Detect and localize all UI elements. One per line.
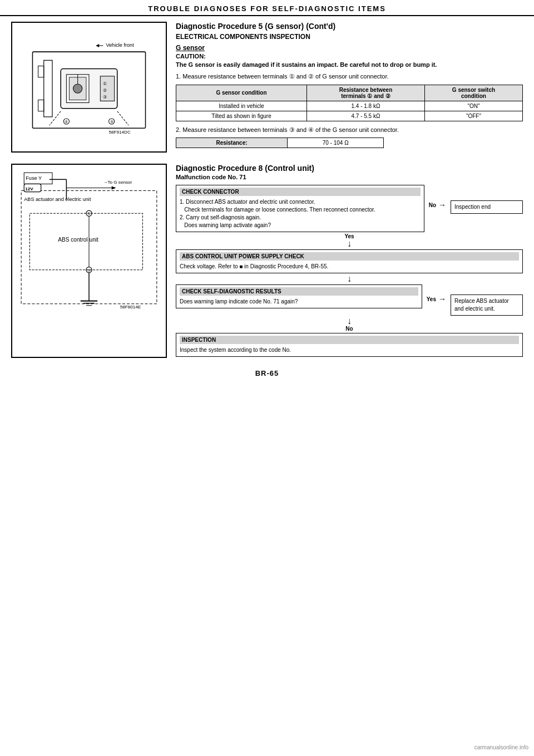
step1-header: CHECK CONNECTOR	[180, 188, 421, 196]
arrow-right-3: →	[438, 294, 446, 303]
svg-text:58F8014E: 58F8014E	[120, 305, 141, 310]
step3-header: CHECK SELF-DIAGNOSTIC RESULTS	[180, 287, 418, 296]
svg-rect-12	[100, 76, 114, 101]
down-arrow-3: ↓	[347, 317, 352, 326]
yes-arrow-1: Yes ↓	[176, 233, 523, 248]
flow-section-4: INSPECTION Inspect the system according …	[176, 333, 523, 357]
svg-rect-4	[44, 60, 52, 117]
flowchart-subtitle: Malfunction code No. 71	[176, 174, 523, 180]
step2-header: ABS CONTROL UNIT POWER SUPPLY CHECK	[180, 252, 519, 261]
arrow-down-2: ↓	[176, 274, 523, 283]
section-title: Diagnostic Procedure 5 (G sensor) (Cont'…	[176, 22, 523, 31]
resistance-table-2: Resistance: 70 - 104 Ω	[176, 138, 384, 148]
table1-col1-header: G sensor condition	[176, 85, 307, 101]
svg-text:58F914DC: 58F914DC	[109, 130, 131, 135]
g-sensor-diagram: Vehicle front ① ② ③	[11, 22, 167, 153]
svg-text:②: ②	[87, 268, 91, 273]
page-title: TROUBLE DIAGNOSES FOR SELF-DIAGNOSTIC IT…	[148, 4, 386, 13]
flow-main-1: CHECK CONNECTOR 1. Disconnect ABS actuat…	[176, 185, 424, 232]
svg-text:ABS actuator and electric unit: ABS actuator and electric unit	[24, 197, 91, 202]
section-subtitle: ELECTRICAL COMPONENTS INSPECTION	[176, 33, 523, 41]
svg-text:⑤: ⑤	[110, 120, 113, 124]
svg-text:Fuse Y: Fuse Y	[26, 175, 42, 181]
svg-text:Vehicle front: Vehicle front	[106, 42, 134, 48]
svg-text:①: ①	[87, 212, 91, 216]
no-branch-1: No →	[429, 185, 446, 209]
watermark: carmanualsonline.info	[474, 744, 528, 750]
table1-row2-col2: 4.7 - 5.5 kΩ	[307, 111, 425, 121]
svg-marker-29	[112, 186, 116, 190]
table-row: Installed in vehicle 1.4 - 1.8 kΩ "ON"	[176, 101, 523, 111]
down-arrow-1: ↓	[347, 239, 352, 248]
yes-label-3: Yes	[427, 296, 436, 302]
flow-side-1: Inspection end	[451, 185, 523, 214]
flow-step-4: INSPECTION Inspect the system according …	[176, 333, 523, 357]
flow-main-3: CHECK SELF-DIAGNOSTIC RESULTS Does warni…	[176, 284, 422, 308]
flow-step-3: CHECK SELF-DIAGNOSTIC RESULTS Does warni…	[176, 284, 422, 308]
svg-line-16	[50, 111, 61, 125]
step1-text: 1. Measure resistance between terminals …	[176, 72, 523, 81]
down-arrow-2: ↓	[347, 274, 352, 283]
svg-text:②: ②	[103, 88, 107, 93]
flowchart-title: Diagnostic Procedure 8 (Control unit)	[176, 164, 523, 173]
flow-side-3: Replace ABS actuator and electric unit.	[451, 284, 523, 316]
table1-row2-col3: "OFF"	[424, 111, 522, 121]
flow-row-3: CHECK SELF-DIAGNOSTIC RESULTS Does warni…	[176, 284, 523, 316]
svg-text:→To G sensor: →To G sensor	[103, 180, 132, 185]
step3-body: Does warning lamp indicate code No. 71 a…	[180, 298, 418, 306]
svg-text:①: ①	[103, 81, 107, 86]
top-section: Vehicle front ① ② ③	[0, 22, 534, 153]
resistance-label: Resistance:	[176, 138, 288, 148]
table1-row1-col1: Installed in vehicle	[176, 101, 307, 111]
table1-col2-header: Resistance betweenterminals ① and ②	[307, 85, 425, 101]
inspection-end-box: Inspection end	[451, 200, 523, 214]
caution-text: The G sensor is easily damaged if it sus…	[176, 61, 523, 69]
flow-section-2: ABS CONTROL UNIT POWER SUPPLY CHECK Chec…	[176, 249, 523, 273]
table1-row2-col1: Tilted as shown in figure	[176, 111, 307, 121]
arrow-right-1: →	[438, 200, 446, 209]
svg-text:④: ④	[65, 120, 68, 124]
yes-branch-3: Yes →	[427, 284, 446, 303]
resistance-value: 70 - 104 Ω	[287, 138, 383, 148]
svg-text:③: ③	[103, 95, 107, 100]
svg-line-17	[117, 111, 128, 125]
svg-rect-5	[38, 66, 44, 77]
svg-marker-2	[96, 44, 99, 47]
step4-header: INSPECTION	[180, 336, 519, 344]
page-number: BR-65	[0, 369, 534, 377]
svg-rect-6	[38, 100, 44, 111]
right-content: Diagnostic Procedure 5 (G sensor) (Cont'…	[176, 22, 523, 153]
table1-row1-col2: 1.4 - 1.8 kΩ	[307, 101, 425, 111]
page-header: TROUBLE DIAGNOSES FOR SELF-DIAGNOSTIC IT…	[0, 0, 534, 16]
step1-body: 1. Disconnect ABS actuator and electric …	[180, 198, 421, 229]
replace-box: Replace ABS actuator and electric unit.	[451, 294, 523, 316]
table-row: Tilted as shown in figure 4.7 - 5.5 kΩ "…	[176, 111, 523, 121]
table-row: Resistance: 70 - 104 Ω	[176, 138, 384, 148]
flow-step-2: ABS CONTROL UNIT POWER SUPPLY CHECK Chec…	[176, 249, 523, 273]
table1-row1-col3: "ON"	[424, 101, 522, 111]
svg-point-10	[73, 84, 82, 93]
table1-col3-header: G sensor switchcondition	[424, 85, 522, 101]
no-label-1: No	[429, 202, 436, 208]
no-arrow-3: ↓ No	[176, 317, 523, 332]
bottom-section: Fuse Y 12V →To G sensor ABS actuator and…	[0, 164, 534, 358]
flow-row-1: CHECK CONNECTOR 1. Disconnect ABS actuat…	[176, 185, 523, 232]
g-sensor-label: G sensor	[176, 44, 523, 52]
circuit-diagram: Fuse Y 12V →To G sensor ABS actuator and…	[11, 164, 167, 358]
flowchart-container: Diagnostic Procedure 8 (Control unit) Ma…	[176, 164, 523, 358]
flow-step-1: CHECK CONNECTOR 1. Disconnect ABS actuat…	[176, 185, 424, 232]
resistance-table-1: G sensor condition Resistance betweenter…	[176, 85, 523, 121]
svg-text:12V: 12V	[25, 186, 33, 192]
caution-label: CAUTION:	[176, 53, 523, 60]
step2-text: 2. Measure resistance between terminals …	[176, 126, 523, 134]
step2-body: Check voltage. Refer to ■ in Diagnostic …	[180, 263, 519, 271]
step4-body: Inspect the system according to the code…	[180, 346, 519, 354]
svg-text:ABS control unit: ABS control unit	[58, 237, 98, 243]
